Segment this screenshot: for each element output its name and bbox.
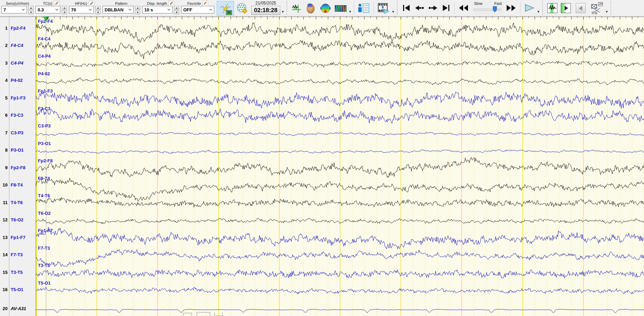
play-review-button[interactable] (561, 3, 571, 13)
notch-filter-50hz-button[interactable]: 50 (217, 1, 234, 16)
channel-row[interactable]: 13Fp1-F7 (0, 234, 26, 240)
channel-row[interactable]: 15T3-T5 (0, 269, 23, 275)
plot-channel-label: F7-T3 (38, 246, 50, 251)
channel-label: F3-C3 (11, 113, 23, 118)
next-event-button[interactable] (426, 1, 440, 15)
display-length-value: 10 s (144, 7, 153, 12)
rewind-button[interactable] (456, 1, 471, 15)
spin-up-button[interactable] (28, 6, 33, 10)
eeg-trace-canvas[interactable] (36, 17, 644, 316)
step-back-button-disabled[interactable] (576, 3, 586, 13)
prev-event-button[interactable] (412, 1, 426, 15)
triangle-down-icon (64, 12, 66, 13)
analysis-dropdown-arrow[interactable]: ▼ (349, 10, 352, 13)
spectrogram-button[interactable] (333, 1, 348, 16)
speed-slider-track[interactable] (471, 6, 503, 13)
channel-label: F8-T4 (11, 182, 23, 188)
record-time-display[interactable]: 02:18:28 (251, 6, 280, 15)
datetime-group: 21/05/2025 02:18:28 (251, 1, 280, 15)
play-dropdown-arrow[interactable]: ▼ (537, 10, 540, 13)
channel-row[interactable]: 8P3-O1 (0, 147, 24, 153)
montage-settings-button[interactable] (234, 1, 250, 16)
spin-down-button[interactable] (95, 10, 100, 14)
plot-channel-label: Fp1-F3 (38, 88, 53, 94)
spin-up-button[interactable] (174, 6, 179, 10)
channel-label: T4-T6 (11, 200, 23, 205)
plot-channel-label: T6-O2 (38, 211, 51, 216)
spin-down-button[interactable] (28, 10, 33, 14)
display-length-edit-button[interactable] (168, 1, 174, 6)
auto-review-button[interactable] (547, 3, 557, 13)
separator (354, 2, 354, 14)
head-3d-map-button[interactable] (303, 1, 318, 16)
plot-channel-label: F3-C3 (38, 106, 50, 111)
favorite-edit-button[interactable] (202, 1, 208, 6)
patient-report-icon (358, 3, 370, 13)
spin-up-button[interactable] (135, 6, 140, 10)
sensitivity-group: Sens(uV/mm) 7 (1, 1, 33, 14)
channel-row[interactable]: 1Fp2-F4 (0, 25, 26, 31)
channel-row[interactable]: 6F3-C3 (0, 112, 23, 118)
channel-row[interactable]: 12T6-O2 (0, 217, 23, 223)
channel-row[interactable]: 10F8-T4 (0, 182, 23, 188)
channel-label: C3-P3 (11, 130, 23, 135)
channel-number: 15 (0, 270, 8, 275)
channel-row[interactable]: 20AV-A31 (0, 305, 26, 312)
favorite-select[interactable]: OFF (181, 6, 214, 13)
video-button[interactable] (375, 1, 391, 16)
event-marker-button[interactable] (290, 1, 303, 16)
topography-map-button[interactable] (318, 1, 333, 16)
channel-row[interactable]: 3C4-P4 (0, 60, 23, 66)
separator (397, 1, 398, 15)
spin-down-button[interactable] (174, 10, 179, 14)
spin-down-button[interactable] (135, 10, 140, 14)
fast-forward-button[interactable] (504, 1, 518, 15)
play-button[interactable] (522, 1, 537, 15)
chevron-down-icon (22, 9, 25, 11)
spin-up-button[interactable] (95, 6, 100, 10)
channel-number: 16 (0, 287, 8, 292)
spin-up-button[interactable] (62, 6, 67, 10)
channel-row[interactable]: 2F4-C4 (0, 42, 23, 49)
waveform-display-area[interactable]: Fp2-F4F4-C4C4-P4P4-02Fp1-F3F3-C3C3-P3P3-… (36, 17, 644, 316)
channel-row[interactable]: 4P4-02 (0, 77, 23, 84)
sensitivity-select[interactable]: 7 (1, 6, 27, 13)
time-dropdown-arrow[interactable]: ▼ (281, 10, 284, 13)
channel-row[interactable]: 14F7-T3 (0, 252, 23, 258)
channel-row[interactable]: 5Fp1-F3 (0, 95, 26, 101)
clip-dropdown-arrow[interactable]: ▼ (605, 10, 608, 13)
pattern-select[interactable]: DBLBAN (103, 6, 134, 13)
plot-channel-label: T4-T6 (38, 193, 50, 198)
waveform-scan-icon (548, 4, 557, 12)
channel-row[interactable]: 16T5-O1 (0, 287, 23, 293)
channel-row[interactable]: 11T4-T6 (0, 199, 23, 205)
tc-edit-button[interactable] (54, 1, 60, 6)
hf-select[interactable]: 70 (69, 6, 94, 13)
patient-info-button[interactable] (356, 1, 372, 16)
tc-select[interactable]: 0.3 (36, 6, 60, 13)
plot-channel-label: P3-O1 (38, 141, 51, 146)
plot-channel-label: C4-P4 (38, 54, 51, 59)
speed-slider-thumb[interactable] (493, 6, 497, 12)
triangle-up-icon (64, 7, 66, 9)
video-dropdown-arrow[interactable]: ▼ (392, 10, 395, 13)
spin-down-button[interactable] (62, 10, 67, 14)
video-clip-button[interactable] (589, 1, 605, 16)
hf-value: 70 (71, 7, 76, 12)
go-to-start-button[interactable] (400, 1, 412, 15)
display-length-select[interactable]: 10 s (142, 6, 173, 13)
channel-label: F4-C4 (11, 43, 23, 48)
hf-stepper (95, 6, 100, 14)
chevron-down-icon (128, 9, 131, 11)
go-to-end-button[interactable] (440, 1, 452, 15)
tc-stepper (62, 6, 67, 14)
channel-row[interactable]: 7C3-P3 (0, 130, 23, 136)
hf-edit-button[interactable] (89, 1, 95, 6)
slow-label: Slow (474, 1, 482, 6)
plot-channel-label: F4-C4 (38, 36, 50, 41)
waveform-axes-icon (291, 3, 302, 13)
triangle-down-icon (30, 12, 32, 13)
channel-number: 10 (0, 182, 8, 188)
channel-row[interactable]: 9Fp2-F8 (0, 164, 26, 171)
chevron-down-icon (55, 9, 58, 11)
